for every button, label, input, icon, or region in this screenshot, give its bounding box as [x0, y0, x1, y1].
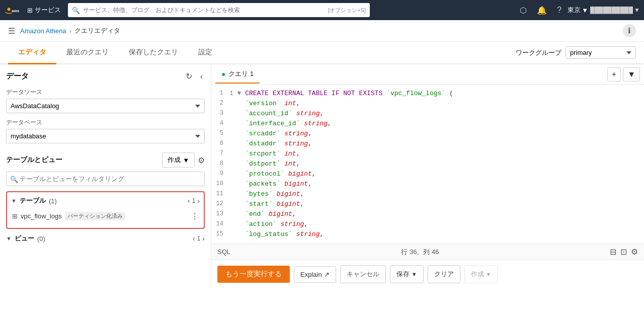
table-prev-btn[interactable]: ‹ — [188, 197, 190, 205]
tab-recent[interactable]: 最近のクエリ — [56, 42, 119, 64]
sidebar-toggle-icon[interactable]: ☰ — [8, 26, 15, 36]
code-token — [382, 90, 386, 97]
tables-section: テーブルとビュー 作成 ▼ ⚙ 🔍 ▼ テーブル — [6, 152, 205, 243]
line-number: 9 — [211, 169, 229, 177]
code-token: `dstaddr` — [245, 140, 280, 147]
line-number: 3 — [211, 109, 229, 117]
code-token: , — [292, 210, 296, 218]
content-area: データ ↻ ‹ データソース AwsDataCatalog データベース myd… — [0, 64, 644, 288]
view-pagination: ‹ 1 › — [193, 234, 205, 243]
table-filter-input[interactable] — [6, 172, 205, 186]
code-line: 5 `srcaddr` string, — [211, 129, 644, 139]
table-expand-icon[interactable]: ⊞ — [12, 212, 18, 220]
code-line: 11 `bytes` bigint, — [211, 189, 644, 199]
code-line: 4 `interface_id` string, — [211, 119, 644, 129]
line-content: `version` int, — [229, 99, 644, 107]
save-btn[interactable]: 保存 ▼ — [390, 265, 424, 283]
cloud-icon-btn[interactable]: ⬡ — [516, 4, 531, 17]
code-token: , — [319, 230, 324, 238]
code-token: bigint — [288, 170, 312, 178]
info-icon-btn[interactable]: ℹ — [623, 24, 636, 37]
action-bar: もう一度実行する Explain ↗ キャンセル 保存 ▼ クリア 作成 ▼ — [211, 260, 644, 288]
view-group-collapse[interactable]: ▼ — [6, 235, 12, 242]
code-token: CREATE EXTERNAL TABLE IF NOT EXISTS — [245, 90, 382, 97]
line-content: `bytes` bigint, — [229, 189, 644, 198]
code-token: int — [284, 160, 296, 168]
code-token: , — [300, 190, 304, 198]
breadcrumb: ☰ Amazon Athena › クエリエディタ ℹ — [0, 20, 644, 42]
table-more-btn[interactable]: ⋮ — [191, 211, 199, 221]
tab-settings[interactable]: 設定 — [188, 42, 222, 64]
cancel-btn[interactable]: キャンセル — [340, 265, 386, 283]
search-input[interactable] — [83, 7, 325, 14]
code-line: 15 `log_status` string, — [211, 229, 644, 240]
code-token — [229, 170, 245, 178]
add-query-tab-btn[interactable]: + — [607, 67, 621, 82]
line-content: `action` string, — [229, 219, 644, 228]
collapse-panel-btn[interactable]: ‹ — [198, 70, 205, 82]
code-token: `action` — [245, 220, 276, 228]
code-editor[interactable]: 11 ▼ CREATE EXTERNAL TABLE IF NOT EXISTS… — [211, 85, 644, 244]
code-token — [273, 190, 277, 198]
account-menu[interactable]: ██████████ ▼ — [590, 7, 640, 14]
tab-editor[interactable]: エディタ — [8, 42, 56, 64]
tab-saved[interactable]: 保存したクエリ — [119, 42, 188, 64]
explain-btn[interactable]: Explain ↗ — [294, 266, 336, 283]
services-menu[interactable]: ⊞ サービス — [24, 6, 64, 15]
datasource-select[interactable]: AwsDataCatalog — [6, 99, 205, 113]
code-token — [273, 200, 277, 208]
code-token — [229, 190, 245, 198]
code-token: `srcport` — [245, 150, 280, 157]
code-token: `dstport` — [245, 160, 280, 168]
code-token: ( — [445, 90, 453, 97]
services-label: サービス — [35, 6, 61, 15]
global-search-bar[interactable]: 🔍 [オプション+S] — [68, 3, 370, 17]
tables-header: テーブルとビュー 作成 ▼ ⚙ — [6, 152, 205, 168]
line-number: 7 — [211, 149, 229, 157]
help-icon-btn[interactable]: ? — [553, 4, 566, 17]
workgroup-select[interactable]: primary — [566, 46, 636, 59]
code-token: , — [308, 130, 312, 137]
view-group: ▼ ビュー (0) ‹ 1 › — [6, 234, 205, 243]
table-settings-btn[interactable]: ⚙ — [198, 155, 205, 165]
bell-icon-btn[interactable]: 🔔 — [533, 4, 551, 17]
code-token: `log_status` — [245, 230, 292, 238]
line-number: 10 — [211, 179, 229, 187]
refresh-icon-btn[interactable]: ↻ — [184, 70, 194, 82]
create-action-btn[interactable]: 作成 ▼ — [464, 265, 498, 283]
line-number: 6 — [211, 139, 229, 147]
code-token — [229, 100, 245, 107]
svg-text:aws: aws — [12, 9, 20, 13]
code-token: string — [284, 140, 308, 147]
table-next-btn[interactable]: › — [197, 197, 200, 205]
fullscreen-btn[interactable]: ⊡ — [620, 247, 627, 257]
breadcrumb-parent-link[interactable]: Amazon Athena — [20, 27, 66, 35]
account-caret: ▼ — [634, 7, 640, 14]
editor-settings-btn[interactable]: ⚙ — [631, 247, 638, 257]
line-number: 14 — [211, 219, 229, 227]
filter-input-wrap: 🔍 — [6, 172, 205, 186]
table-row-left: ⊞ vpc_flow_logs パーティション化済み — [12, 212, 125, 220]
code-line: 3 `account_id` string, — [211, 109, 644, 119]
code-token: , — [296, 150, 300, 157]
search-shortcut: [オプション+S] — [328, 7, 366, 14]
status-bar-icons: ⊟ ⊡ ⚙ — [610, 247, 638, 257]
query-tab-dropdown-btn[interactable]: ▼ — [623, 67, 640, 82]
view-group-name: ビュー — [15, 234, 34, 243]
code-token: 1 ▼ — [229, 90, 245, 97]
code-token — [229, 210, 245, 218]
create-table-btn[interactable]: 作成 ▼ — [162, 152, 195, 168]
view-prev-btn[interactable]: ‹ — [193, 234, 195, 243]
table-group-collapse[interactable]: ▼ — [11, 198, 17, 204]
region-selector[interactable]: 東京 ▼ — [568, 6, 588, 15]
view-next-btn[interactable]: › — [202, 234, 205, 243]
database-select[interactable]: mydatabase — [6, 129, 205, 143]
query-tab-1[interactable]: ● クエリ 1 — [215, 65, 260, 84]
line-content: `end` bigint, — [229, 209, 644, 218]
database-section: データベース mydatabase — [6, 118, 205, 143]
format-sql-btn[interactable]: ⊟ — [610, 247, 616, 257]
run-btn[interactable]: もう一度実行する — [217, 266, 290, 283]
line-number: 8 — [211, 159, 229, 167]
query-status-icon: ● — [221, 70, 225, 78]
clear-btn[interactable]: クリア — [428, 265, 460, 283]
